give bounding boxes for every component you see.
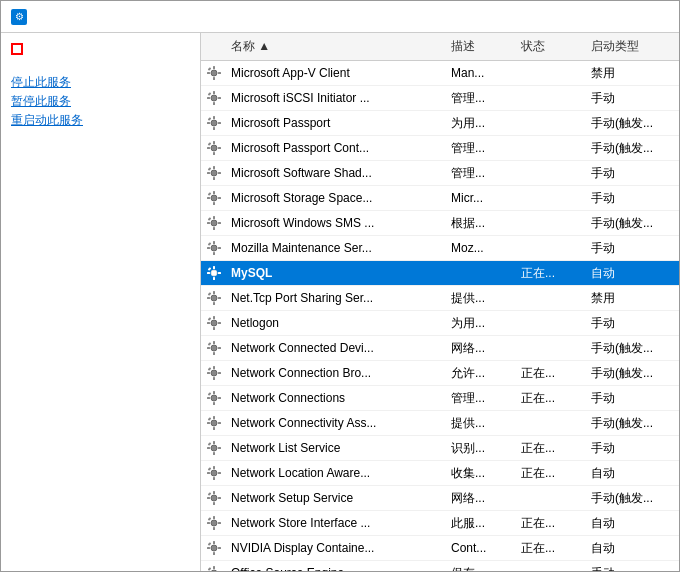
table-row[interactable]: MySQL正在...自动本地系统 <box>201 261 679 286</box>
svg-rect-28 <box>218 172 221 174</box>
table-row[interactable]: Microsoft Windows SMS ...根据...手动(触发...本地… <box>201 211 679 236</box>
table-row[interactable]: Net.Tcp Port Sharing Ser...提供...禁用本地服务 <box>201 286 679 311</box>
svg-point-48 <box>211 270 217 276</box>
row-startup: 手动(触发... <box>587 336 679 360</box>
table-row[interactable]: Mozilla Maintenance Ser...Moz...手动本地系统 <box>201 236 679 261</box>
svg-rect-103 <box>213 491 215 494</box>
row-status <box>517 111 587 135</box>
row-name: Network Store Interface ... <box>227 511 447 535</box>
svg-point-42 <box>211 245 217 251</box>
table-body[interactable]: Microsoft App-V ClientMan...禁用本地系统 Micro… <box>201 61 679 571</box>
table-row[interactable]: Microsoft Storage Space...Micr...手动网络服务 <box>201 186 679 211</box>
svg-point-66 <box>211 345 217 351</box>
table-row[interactable]: Network Connections管理...正在...手动本地系统 <box>201 386 679 411</box>
table-row[interactable]: Network Connected Devi...网络...手动(触发...本地… <box>201 336 679 361</box>
action-restart[interactable]: 重启动此服务 <box>11 112 190 129</box>
row-status <box>517 411 587 435</box>
svg-rect-46 <box>218 247 221 249</box>
row-name: Microsoft Passport Cont... <box>227 136 447 160</box>
row-status: 正在... <box>517 436 587 460</box>
row-name: Office Source Engine <box>227 561 447 571</box>
svg-rect-97 <box>213 466 215 469</box>
svg-rect-32 <box>213 202 215 205</box>
svg-rect-116 <box>213 552 215 555</box>
row-desc: Moz... <box>447 236 517 260</box>
row-startup: 手动 <box>587 561 679 571</box>
row-icon <box>201 486 227 510</box>
table-row[interactable]: Network Store Interface ...此服...正在...自动本… <box>201 511 679 536</box>
window-icon: ⚙ <box>11 9 27 25</box>
row-status: 正在... <box>517 386 587 410</box>
row-icon <box>201 361 227 385</box>
svg-rect-63 <box>207 322 210 324</box>
row-startup: 手动(触发... <box>587 486 679 510</box>
header-startup[interactable]: 启动类型 <box>587 36 679 57</box>
row-status <box>517 136 587 160</box>
row-icon <box>201 136 227 160</box>
svg-rect-49 <box>213 266 215 269</box>
svg-rect-50 <box>213 277 215 280</box>
table-row[interactable]: Network Connection Bro...允许...正在...手动(触发… <box>201 361 679 386</box>
svg-rect-117 <box>207 547 210 549</box>
row-name: Net.Tcp Port Sharing Ser... <box>227 286 447 310</box>
row-startup: 手动(触发... <box>587 136 679 160</box>
table-row[interactable]: Network Connectivity Ass...提供...手动(触发...… <box>201 411 679 436</box>
row-desc: 允许... <box>447 361 517 385</box>
table-row[interactable]: Office Source Engine保存...手动本地系统 <box>201 561 679 571</box>
action-pause[interactable]: 暂停此服务 <box>11 93 190 110</box>
svg-rect-11 <box>208 92 212 96</box>
header-name[interactable]: 名称 ▲ <box>227 36 447 57</box>
svg-rect-58 <box>218 297 221 299</box>
svg-rect-19 <box>213 141 215 144</box>
row-status <box>517 311 587 335</box>
table-row[interactable]: NVIDIA Display Containe...Cont...正在...自动… <box>201 536 679 561</box>
table-row[interactable]: Netlogon为用...手动本地系统 <box>201 311 679 336</box>
svg-rect-112 <box>218 522 221 524</box>
svg-rect-86 <box>213 427 215 430</box>
svg-rect-16 <box>218 122 221 124</box>
svg-rect-45 <box>207 247 210 249</box>
table-row[interactable]: Network Location Aware...收集...正在...自动网络服… <box>201 461 679 486</box>
table-row[interactable]: Network Setup Service网络...手动(触发...本地系统 <box>201 486 679 511</box>
table-row[interactable]: Microsoft App-V ClientMan...禁用本地系统 <box>201 61 679 86</box>
svg-rect-10 <box>218 97 221 99</box>
row-status: 正在... <box>517 536 587 560</box>
svg-rect-94 <box>218 447 221 449</box>
sort-arrow: ▲ <box>258 39 270 53</box>
svg-rect-85 <box>213 416 215 419</box>
header-desc[interactable]: 描述 <box>447 36 517 57</box>
row-desc: 管理... <box>447 386 517 410</box>
table-row[interactable]: Microsoft Software Shad...管理...手动本地系统 <box>201 161 679 186</box>
row-name: Mozilla Maintenance Ser... <box>227 236 447 260</box>
svg-rect-77 <box>208 367 212 371</box>
row-icon <box>201 286 227 310</box>
row-startup: 自动 <box>587 461 679 485</box>
svg-rect-56 <box>213 302 215 305</box>
svg-rect-17 <box>208 117 212 121</box>
svg-rect-29 <box>208 167 212 171</box>
row-startup: 手动(触发... <box>587 111 679 135</box>
row-startup: 手动 <box>587 186 679 210</box>
row-desc: 根据... <box>447 211 517 235</box>
svg-rect-57 <box>207 297 210 299</box>
row-startup: 手动(触发... <box>587 211 679 235</box>
table-row[interactable]: Microsoft Passport Cont...管理...手动(触发...本… <box>201 136 679 161</box>
svg-rect-61 <box>213 316 215 319</box>
row-status <box>517 236 587 260</box>
row-icon <box>201 411 227 435</box>
svg-rect-38 <box>213 227 215 230</box>
svg-rect-106 <box>218 497 221 499</box>
row-name: Microsoft App-V Client <box>227 61 447 85</box>
table-row[interactable]: Network List Service识别...正在...手动本地服务 <box>201 436 679 461</box>
row-name: Network Location Aware... <box>227 461 447 485</box>
header-status[interactable]: 状态 <box>517 36 587 57</box>
svg-point-96 <box>211 470 217 476</box>
action-stop[interactable]: 停止此服务 <box>11 74 190 91</box>
svg-rect-7 <box>213 91 215 94</box>
row-startup: 手动(触发... <box>587 411 679 435</box>
table-row[interactable]: Microsoft iSCSI Initiator ...管理...手动本地系统 <box>201 86 679 111</box>
svg-rect-74 <box>213 377 215 380</box>
svg-point-90 <box>211 445 217 451</box>
svg-rect-37 <box>213 216 215 219</box>
table-row[interactable]: Microsoft Passport为用...手动(触发...本地系统 <box>201 111 679 136</box>
